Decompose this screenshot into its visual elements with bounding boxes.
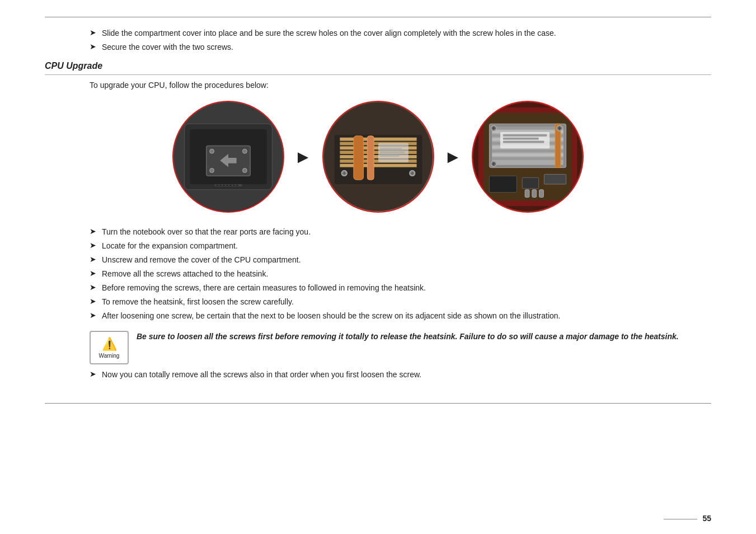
intro-text: To upgrade your CPU, follow the procedur…	[90, 81, 711, 90]
bullet-text: Unscrew and remove the cover of the CPU …	[102, 254, 301, 266]
svg-rect-56	[503, 138, 539, 140]
warning-box: ⚠️ Warning Be sure to loosen all the scr…	[90, 331, 711, 364]
list-item: ➤ Remove all the screws attached to the …	[90, 268, 711, 280]
section-heading: CPU Upgrade	[45, 61, 711, 71]
bullet-text: To remove the heatsink, first loosen the…	[102, 296, 294, 308]
arrow-icon-2: ►	[444, 147, 462, 167]
arrow-icon-1: ►	[294, 147, 312, 167]
svg-rect-71	[532, 190, 537, 198]
image-cpu-socket	[472, 101, 584, 213]
bullet-text: Slide the compartment cover into place a…	[102, 27, 556, 39]
bullet-arrow: ➤	[90, 241, 96, 250]
page: ➤ Slide the compartment cover into place…	[0, 0, 756, 534]
svg-rect-57	[503, 141, 544, 143]
top-bullets: ➤ Slide the compartment cover into place…	[90, 27, 711, 53]
bullet-arrow: ➤	[90, 42, 96, 51]
list-item: ➤ Now you can totally remove all the scr…	[90, 369, 711, 381]
list-item: ➤ Locate for the expansion compartment.	[90, 240, 711, 252]
list-item: ➤ Before removing the screws, there are …	[90, 282, 711, 294]
procedure-bullets: ➤ Turn the notebook over so that the rea…	[90, 226, 711, 322]
svg-rect-15	[236, 185, 238, 186]
bullet-text: Before removing the screws, there are ce…	[102, 282, 426, 294]
list-item: ➤ After loosening one screw, be certain …	[90, 310, 711, 322]
list-item: ➤ Slide the compartment cover into place…	[90, 27, 711, 39]
svg-rect-11	[223, 185, 225, 186]
svg-rect-69	[544, 174, 566, 184]
bottom-rule	[45, 403, 711, 404]
svg-rect-13	[229, 185, 232, 186]
bullet-arrow: ➤	[90, 255, 96, 264]
page-number-rule	[664, 519, 697, 519]
svg-rect-68	[522, 177, 538, 189]
bullet-arrow: ➤	[90, 369, 96, 378]
svg-rect-12	[226, 185, 228, 186]
svg-point-7	[242, 168, 247, 173]
svg-rect-50	[492, 149, 563, 152]
svg-rect-38	[379, 154, 398, 157]
bullet-text: Locate for the expansion compartment.	[102, 240, 238, 252]
svg-rect-26	[353, 136, 363, 180]
list-item: ➤ Turn the notebook over so that the rea…	[90, 226, 711, 238]
svg-rect-9	[216, 185, 218, 186]
bullet-arrow: ➤	[90, 283, 96, 292]
warning-icon-container: ⚠️ Warning	[90, 331, 129, 364]
warning-label-text: Warning	[99, 353, 120, 359]
list-item: ➤ Unscrew and remove the cover of the CP…	[90, 254, 711, 266]
svg-rect-55	[503, 134, 547, 137]
list-item: ➤ To remove the heatsink, first loosen t…	[90, 296, 711, 308]
bullet-text: Remove all the screws attached to the he…	[102, 268, 268, 280]
image-heatsink	[322, 101, 434, 213]
svg-rect-19	[340, 138, 416, 141]
svg-rect-25	[340, 164, 416, 167]
page-number: 55	[664, 514, 711, 523]
top-rule	[45, 17, 711, 17]
svg-point-4	[210, 149, 214, 153]
image-notebook-cover	[172, 101, 284, 213]
bullet-arrow: ➤	[90, 311, 96, 320]
bullet-text: Now you can totally remove all the screw…	[102, 369, 421, 381]
svg-rect-51	[492, 153, 563, 156]
svg-rect-27	[367, 136, 374, 180]
svg-rect-70	[525, 190, 529, 198]
section-rule	[45, 74, 711, 75]
svg-rect-14	[233, 185, 235, 186]
bullet-arrow: ➤	[90, 297, 96, 306]
svg-rect-52	[492, 157, 563, 160]
bullet-text: Secure the cover with the two screws.	[102, 41, 233, 53]
warning-text: Be sure to loosen all the screws first b…	[137, 331, 679, 343]
svg-rect-10	[219, 185, 222, 186]
images-row: ►	[45, 101, 711, 213]
bullet-arrow: ➤	[90, 227, 96, 236]
page-number-text: 55	[702, 514, 711, 523]
svg-rect-67	[490, 176, 517, 192]
svg-rect-44	[492, 127, 563, 129]
bullet-arrow: ➤	[90, 269, 96, 278]
bullet-text: Turn the notebook over so that the rear …	[102, 226, 311, 238]
warning-symbol-icon: ⚠️	[102, 337, 117, 352]
svg-rect-35	[379, 144, 406, 147]
list-item: ➤ Secure the cover with the two screws.	[90, 41, 711, 53]
bullet-arrow: ➤	[90, 28, 96, 37]
svg-point-5	[242, 149, 247, 153]
svg-rect-36	[379, 148, 401, 150]
svg-rect-37	[379, 151, 404, 153]
last-bullet-list: ➤ Now you can totally remove all the scr…	[90, 369, 711, 381]
bullet-text: After loosening one screw, be certain th…	[102, 310, 561, 322]
svg-point-6	[210, 168, 214, 173]
svg-rect-72	[539, 190, 544, 198]
